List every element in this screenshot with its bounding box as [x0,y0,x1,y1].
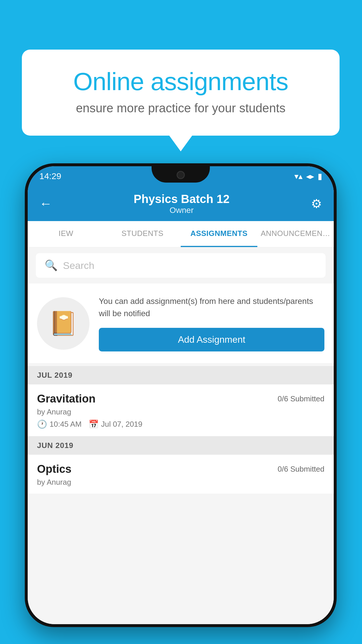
assignment-item-gravitation[interactable]: Gravitation 0/6 Submitted by Anurag 🕐 10… [28,384,334,436]
promo-subtitle: ensure more practice for your students [45,101,316,115]
section-header-jul: JUL 2019 [28,366,334,384]
app-header: ← Physics Batch 12 Owner ⚙ [28,186,334,221]
search-icon: 🔍 [45,259,58,272]
clock-icon: 🕐 [37,419,47,429]
tab-students[interactable]: STUDENTS [104,221,181,247]
assignment-author-optics: by Anurag [37,478,324,487]
empty-state-right: You can add assignment(s) from here and … [99,295,324,351]
add-assignment-button[interactable]: Add Assignment [99,328,324,351]
assignment-item-optics[interactable]: Optics 0/6 Submitted by Anurag [28,455,334,494]
tab-bar: IEW STUDENTS ASSIGNMENTS ANNOUNCEMEN… [28,221,334,247]
calendar-icon: 📅 [89,419,99,429]
assignment-time: 🕐 10:45 AM [37,419,82,429]
status-time: 14:29 [39,171,61,181]
settings-button[interactable]: ⚙ [311,197,322,211]
assignment-date-value: Jul 07, 2019 [101,420,143,429]
empty-icon-circle: 📔 [37,297,89,350]
assignment-submitted-optics: 0/6 Submitted [278,465,324,474]
phone-notch [152,166,210,183]
battery-icon: ▮ [318,172,322,181]
phone-screen: 14:29 ▾▴ ◂▸ ▮ ← Physics Batch 12 Owner ⚙… [28,166,334,624]
empty-state-card: 📔 You can add assignment(s) from here an… [28,284,334,363]
status-icons: ▾▴ ◂▸ ▮ [294,172,322,181]
notebook-icon: 📔 [49,310,78,337]
tab-announcements[interactable]: ANNOUNCEMEN… [257,221,334,247]
header-subtitle: Owner [133,206,229,215]
empty-state-text: You can add assignment(s) from here and … [99,295,324,320]
phone-mockup: 14:29 ▾▴ ◂▸ ▮ ← Physics Batch 12 Owner ⚙… [25,163,337,627]
promo-card: Online assignments ensure more practice … [22,50,340,136]
content-area: 🔍 Search 📔 You can add assignment(s) fro… [28,247,334,624]
promo-title: Online assignments [45,67,316,96]
assignment-date: 📅 Jul 07, 2019 [89,419,143,429]
assignment-submitted: 0/6 Submitted [278,394,324,403]
wifi-icon: ▾▴ [294,172,303,181]
assignment-name: Gravitation [37,393,96,405]
search-placeholder: Search [63,260,94,271]
assignment-time-value: 10:45 AM [50,420,82,429]
front-camera [177,171,185,179]
section-header-jun: JUN 2019 [28,436,334,455]
phone-frame: 14:29 ▾▴ ◂▸ ▮ ← Physics Batch 12 Owner ⚙… [25,163,337,627]
header-center: Physics Batch 12 Owner [133,192,229,215]
search-bar[interactable]: 🔍 Search [36,253,326,278]
back-button[interactable]: ← [39,196,52,211]
tab-assignments[interactable]: ASSIGNMENTS [181,221,257,247]
signal-icon: ◂▸ [306,172,314,181]
assignment-meta-row: 🕐 10:45 AM 📅 Jul 07, 2019 [37,419,324,429]
assignment-author: by Anurag [37,407,324,416]
header-title: Physics Batch 12 [133,192,229,206]
assignment-name-optics: Optics [37,463,71,475]
tab-iew[interactable]: IEW [28,221,104,247]
